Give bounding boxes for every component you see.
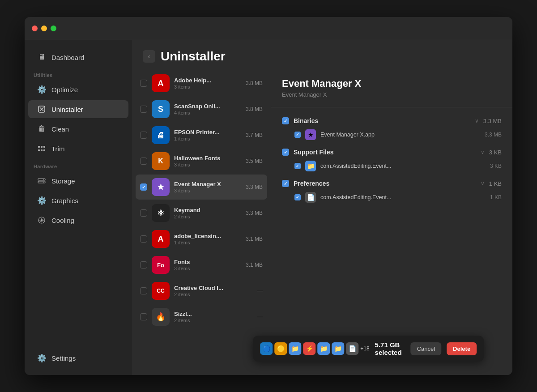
svg-rect-5 (41, 149, 43, 151)
app-item[interactable]: A adobe_licensin... 1 items 3.1 MB (136, 226, 267, 251)
file-icon: 📄 (305, 192, 316, 203)
app-item[interactable]: CC Creative Cloud I... 2 items — (136, 278, 267, 303)
app-icon: K (152, 152, 170, 170)
app-item[interactable]: 🔥 Sizzl... 2 items — (136, 304, 267, 329)
main-window: 🖥 Dashboard Utilities ⚙️ Optimize Uninst… (25, 17, 512, 375)
app-icon: A (152, 230, 170, 248)
sidebar-item-clean[interactable]: 🗑 Clean (28, 120, 128, 138)
file-item: 📄 com.AssistedEditing.Event... 1 KB (294, 190, 502, 205)
app-checkbox[interactable] (140, 106, 147, 113)
bottom-icon-3: 📁 (289, 342, 301, 355)
file-group-header[interactable]: Binaries ∨ 3.3 MB (282, 115, 502, 127)
app-list[interactable]: A Adobe Help... 3 items 3.8 MB S ScanSna… (132, 69, 271, 375)
group-size: 1 KB (489, 180, 502, 187)
minimize-button[interactable] (41, 26, 47, 31)
sidebar-item-uninstaller[interactable]: Uninstaller (28, 100, 128, 118)
group-checkbox[interactable] (282, 180, 289, 187)
app-icon: CC (152, 282, 170, 300)
app-name: Event Manager X (174, 181, 241, 187)
sidebar-section-hardware: Hardware (25, 158, 132, 171)
traffic-lights (32, 26, 56, 31)
file-group-header[interactable]: Support Files ∨ 3 KB (282, 146, 502, 158)
app-item[interactable]: Fo Fonts 3 items 3.1 MB (136, 252, 267, 277)
app-checkbox[interactable] (140, 261, 147, 268)
storage-icon (37, 176, 46, 185)
app-checkbox[interactable] (140, 209, 147, 217)
sidebar-item-cooling[interactable]: Cooling (28, 211, 128, 229)
svg-point-12 (41, 219, 43, 221)
file-items: 📄 com.AssistedEditing.Event... 1 KB (282, 190, 502, 205)
cancel-button[interactable]: Cancel (411, 342, 441, 355)
app-count: 4 items (174, 110, 241, 115)
file-group: Support Files ∨ 3 KB 📁 com.AssistedEditi… (282, 146, 502, 174)
group-checkbox[interactable] (282, 117, 289, 124)
app-name: Halloween Fonts (174, 155, 241, 162)
file-item: ★ Event Manager X.app 3.3 MB (294, 127, 502, 142)
sidebar-item-settings-label: Settings (51, 354, 76, 362)
sidebar-item-graphics[interactable]: ⚙️ Graphics (28, 192, 128, 209)
back-button[interactable]: ‹ (143, 50, 155, 63)
app-checkbox[interactable] (140, 158, 147, 165)
file-checkbox[interactable] (294, 132, 301, 138)
app-item[interactable]: S ScanSnap Onli... 4 items 3.8 MB (136, 97, 267, 122)
page-title: Uninstaller (161, 49, 226, 64)
svg-rect-3 (43, 146, 45, 148)
bottom-icon-6: 📁 (332, 342, 344, 355)
bottom-bar: 🔵 🟡 📁 ⚡ 📁 📁 📄 +18 5.71 GB selected Cance… (253, 336, 484, 362)
app-item[interactable]: ⚛ Keymand 2 items 3.3 MB (136, 200, 267, 226)
file-size: 3.3 MB (485, 132, 502, 138)
main-header: ‹ Uninstaller (132, 40, 512, 69)
app-item[interactable]: ★ Event Manager X 3 items 3.3 MB (136, 175, 267, 200)
app-icon: A (152, 74, 170, 92)
sidebar-item-trim[interactable]: Trim (28, 140, 128, 158)
app-info: Creative Cloud I... 2 items (174, 285, 253, 297)
app-size: 3.1 MB (246, 262, 263, 268)
group-name: Binaries (294, 117, 470, 124)
app-name: EPSON Printer... (174, 129, 241, 136)
group-checkbox[interactable] (282, 149, 289, 156)
app-icon: ★ (152, 178, 170, 196)
sidebar-item-dashboard[interactable]: 🖥 Dashboard (28, 48, 128, 66)
sidebar-section-utilities: Utilities (25, 67, 132, 80)
sidebar-item-settings[interactable]: ⚙️ Settings (28, 349, 128, 367)
app-info: Adobe Help... 3 items (174, 77, 241, 89)
app-item[interactable]: 🖨 EPSON Printer... 1 items 3.7 MB (136, 123, 267, 148)
bottom-icon-4: ⚡ (303, 342, 315, 355)
file-checkbox[interactable] (294, 163, 301, 169)
clean-icon: 🗑 (37, 124, 46, 133)
app-checkbox[interactable] (140, 132, 147, 139)
app-checkbox[interactable] (140, 313, 147, 320)
file-name: com.AssistedEditing.Event... (320, 194, 486, 200)
svg-point-9 (43, 179, 44, 180)
file-checkbox[interactable] (294, 194, 301, 200)
detail-divider (271, 107, 512, 107)
detail-subtitle: Event Manager X (282, 91, 502, 98)
sidebar: 🖥 Dashboard Utilities ⚙️ Optimize Uninst… (25, 40, 132, 375)
app-count: 2 items (174, 292, 253, 297)
app-size: 3.7 MB (246, 132, 263, 138)
app-checkbox[interactable] (140, 183, 147, 191)
app-size: 3.3 MB (246, 210, 263, 216)
app-name: Keymand (174, 207, 241, 213)
app-item[interactable]: K Halloween Fonts 3 items 3.5 MB (136, 149, 267, 174)
app-checkbox[interactable] (140, 235, 147, 243)
delete-button[interactable]: Delete (447, 342, 477, 355)
bottom-icon-7: 📄 (346, 342, 358, 355)
sidebar-item-optimize[interactable]: ⚙️ Optimize (28, 81, 128, 98)
sidebar-item-storage[interactable]: Storage (28, 172, 128, 190)
file-group-header[interactable]: Preferences ∨ 1 KB (282, 177, 502, 190)
app-size: 3.8 MB (246, 106, 263, 112)
maximize-button[interactable] (51, 26, 56, 31)
main-area: A Adobe Help... 3 items 3.8 MB S ScanSna… (132, 69, 512, 375)
chevron-down-icon: ∨ (481, 149, 485, 155)
app-item[interactable]: A Adobe Help... 3 items 3.8 MB (136, 71, 267, 96)
app-checkbox[interactable] (140, 287, 147, 294)
back-icon: ‹ (148, 53, 150, 60)
app-icon: 🔥 (152, 308, 170, 326)
detail-title: Event Manager X (282, 78, 502, 89)
svg-point-10 (43, 182, 44, 183)
close-button[interactable] (32, 26, 38, 31)
app-count: 3 items (174, 162, 241, 167)
sidebar-item-trim-label: Trim (51, 145, 64, 153)
app-checkbox[interactable] (140, 80, 147, 87)
